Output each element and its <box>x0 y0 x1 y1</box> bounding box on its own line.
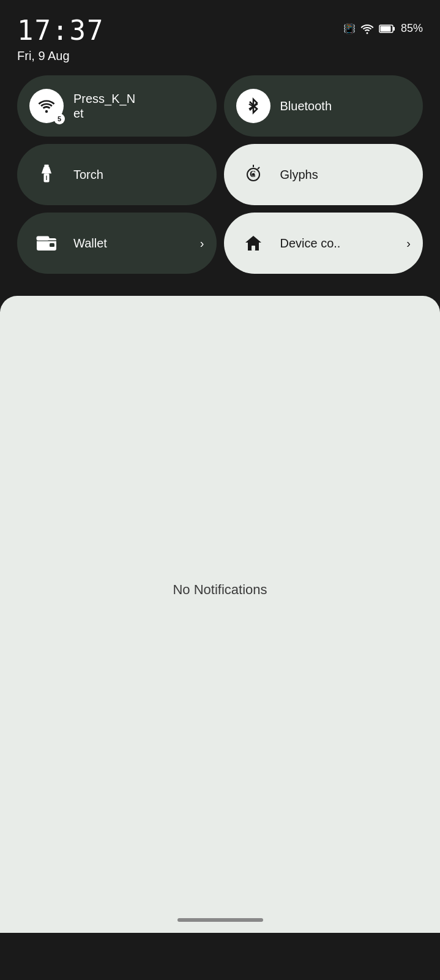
svg-rect-17 <box>252 246 255 251</box>
wallet-icon <box>36 235 57 251</box>
wifi-tile-icon: 5 <box>29 89 64 123</box>
quick-settings-panel: 17:37 📳 85% Fri, 9 Aug <box>0 0 440 286</box>
glyphs-label: Glyphs <box>280 168 411 182</box>
svg-point-0 <box>366 32 368 34</box>
svg-rect-3 <box>380 26 390 31</box>
wifi-tile[interactable]: 5 Press_K_Net <box>17 75 217 137</box>
svg-line-12 <box>258 167 259 169</box>
glyphs-icon: C <box>242 164 264 186</box>
svg-rect-16 <box>50 243 54 247</box>
device-control-tile[interactable]: Device co.. › <box>224 213 423 274</box>
torch-tile-icon <box>29 157 64 192</box>
wallet-chevron: › <box>200 236 204 251</box>
notification-panel: No Notifications <box>0 296 440 933</box>
wifi-icon <box>37 98 56 114</box>
vibrate-icon: 📳 <box>343 23 356 34</box>
wallet-tile[interactable]: Wallet › <box>17 213 217 274</box>
torch-label: Torch <box>73 168 204 182</box>
bluetooth-label: Bluetooth <box>280 99 411 113</box>
svg-text:C: C <box>250 170 256 179</box>
status-bar: 17:37 📳 85% <box>17 17 423 44</box>
glyphs-tile-icon: C <box>236 157 270 192</box>
clock: 17:37 <box>17 17 104 44</box>
svg-rect-2 <box>393 27 395 31</box>
quick-tiles-grid: 5 Press_K_Net ∗ Bluetooth <box>17 75 423 274</box>
wallet-tile-icon <box>29 226 64 260</box>
wifi-network-count: 5 <box>54 113 65 124</box>
svg-marker-6 <box>42 167 51 173</box>
device-control-icon-wrap <box>236 226 270 260</box>
torch-tile[interactable]: Torch <box>17 144 217 205</box>
torch-icon <box>38 164 55 186</box>
wallet-label: Wallet <box>73 236 190 251</box>
home-indicator[interactable] <box>177 918 263 922</box>
glyphs-tile[interactable]: C Glyphs <box>224 144 423 205</box>
device-control-label: Device co.. <box>280 236 397 251</box>
date-display: Fri, 9 Aug <box>17 49 423 63</box>
bluetooth-symbol <box>247 97 260 115</box>
battery-percent: 85% <box>401 22 423 35</box>
wifi-status-icon <box>360 23 374 34</box>
device-control-chevron: › <box>406 236 411 251</box>
battery-icon <box>379 23 396 34</box>
wifi-label: Press_K_Net <box>73 91 135 121</box>
svg-rect-15 <box>37 236 49 240</box>
status-icons: 📳 85% <box>343 17 423 35</box>
no-notifications-label: No Notifications <box>173 582 267 598</box>
svg-rect-7 <box>44 165 48 168</box>
bluetooth-tile[interactable]: ∗ Bluetooth <box>224 75 423 137</box>
home-icon <box>244 234 263 252</box>
svg-point-4 <box>45 110 48 113</box>
time-display: 17:37 <box>17 17 104 44</box>
bluetooth-tile-icon: ∗ <box>236 89 270 123</box>
